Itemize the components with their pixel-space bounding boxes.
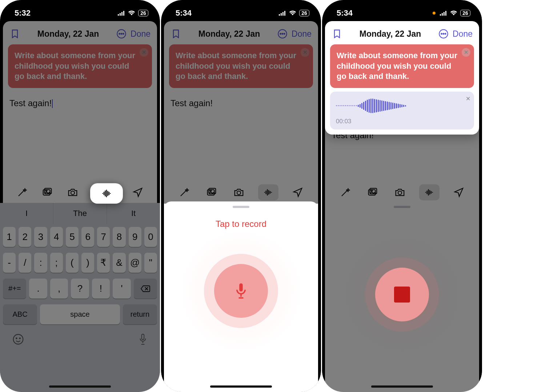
status-bar: 5:34 26 bbox=[161, 0, 321, 23]
status-bar: 5:34 26 bbox=[322, 0, 482, 23]
svg-rect-0 bbox=[118, 14, 119, 16]
recording-duration: 00:03 bbox=[336, 118, 468, 125]
journal-editor-card: Monday, 22 Jan Done Write about someone … bbox=[325, 21, 479, 135]
home-indicator[interactable] bbox=[49, 385, 111, 388]
record-sheet: Tap to record bbox=[164, 201, 318, 392]
close-icon[interactable]: ✕ bbox=[462, 48, 470, 57]
sheet-grabber[interactable] bbox=[233, 206, 249, 208]
phone-screenshot-1: 5:32 26 Monday, 22 Jan Done Write about … bbox=[0, 0, 160, 392]
status-time: 5:32 bbox=[15, 8, 31, 18]
dim-overlay bbox=[161, 0, 321, 204]
wifi-icon bbox=[450, 11, 457, 16]
tap-to-record-label: Tap to record bbox=[164, 219, 318, 229]
svg-point-39 bbox=[443, 33, 444, 35]
audio-recording-clip[interactable]: ✕ 00:03 bbox=[330, 92, 474, 129]
battery-indicator: 26 bbox=[460, 10, 470, 16]
status-indicators: 26 bbox=[279, 10, 309, 16]
home-indicator[interactable] bbox=[371, 385, 433, 388]
svg-rect-32 bbox=[445, 11, 446, 16]
prompt-text: Write about someone from your childhood … bbox=[337, 51, 457, 81]
writing-prompt-banner: Write about someone from your childhood … bbox=[330, 44, 474, 88]
svg-rect-2 bbox=[121, 12, 123, 16]
done-button[interactable]: Done bbox=[453, 29, 473, 39]
editor-header: Monday, 22 Jan Done bbox=[330, 26, 474, 44]
cellular-icon bbox=[440, 11, 447, 16]
status-indicators: 26 bbox=[118, 10, 148, 16]
svg-rect-17 bbox=[281, 13, 282, 16]
delete-recording-icon[interactable]: ✕ bbox=[466, 95, 470, 102]
recording-dot-icon bbox=[433, 12, 435, 15]
stop-recording-button[interactable] bbox=[375, 268, 429, 321]
svg-rect-28 bbox=[239, 283, 243, 291]
svg-rect-29 bbox=[440, 14, 441, 16]
status-time: 5:34 bbox=[176, 8, 192, 18]
svg-rect-30 bbox=[442, 13, 443, 16]
record-button[interactable] bbox=[214, 264, 268, 318]
svg-rect-19 bbox=[284, 11, 285, 16]
entry-date-title: Monday, 22 Jan bbox=[346, 29, 434, 39]
svg-point-38 bbox=[441, 33, 442, 35]
svg-rect-16 bbox=[279, 14, 280, 16]
svg-rect-3 bbox=[123, 11, 124, 16]
wifi-icon bbox=[289, 11, 296, 16]
svg-rect-18 bbox=[282, 12, 284, 16]
status-time: 5:34 bbox=[337, 8, 353, 18]
status-bar: 5:32 26 bbox=[0, 0, 160, 23]
svg-point-40 bbox=[445, 33, 446, 35]
cellular-icon bbox=[118, 11, 125, 16]
record-button-container bbox=[179, 229, 303, 353]
battery-indicator: 26 bbox=[138, 10, 148, 16]
audio-icon[interactable] bbox=[90, 183, 123, 204]
svg-rect-31 bbox=[443, 12, 445, 16]
cellular-icon bbox=[279, 11, 286, 16]
phone-screenshot-2: 5:34 26 Monday, 22 Jan Done Write about … bbox=[161, 0, 321, 392]
wifi-icon bbox=[128, 11, 135, 16]
home-indicator[interactable] bbox=[210, 385, 272, 388]
microphone-icon bbox=[232, 282, 250, 300]
dim-overlay bbox=[0, 0, 160, 392]
more-icon[interactable] bbox=[438, 28, 449, 39]
battery-indicator: 26 bbox=[299, 10, 309, 16]
phone-screenshot-3: 5:34 26 Test again! bbox=[322, 0, 482, 392]
waveform bbox=[336, 97, 468, 115]
svg-rect-1 bbox=[120, 13, 121, 16]
stop-icon bbox=[394, 287, 410, 303]
bookmark-icon[interactable] bbox=[332, 28, 342, 39]
status-indicators: 26 bbox=[433, 10, 470, 16]
